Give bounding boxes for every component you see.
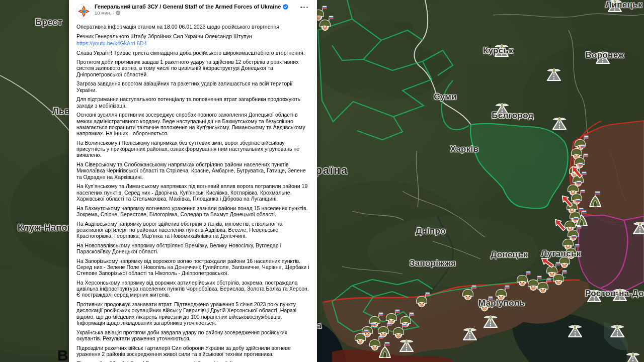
- general-staff-emblem-icon: [76, 4, 91, 19]
- post-paragraph: Підрозділи ракетних військ і артилерії С…: [76, 345, 310, 357]
- post-paragraph: Підтримуйте Збройні Сили! Разом переможе…: [76, 360, 310, 362]
- post-paragraph: Загроза завдання ворогом авіаційних та р…: [76, 80, 310, 93]
- avatar[interactable]: [76, 4, 92, 19]
- post-paragraph: На Сіверському та Слобожанському напрямк…: [76, 161, 310, 180]
- post-paragraph: На Бахмутському напрямку вогневого ураже…: [76, 205, 310, 218]
- post-paragraph: Українська авіація протягом доби завдала…: [76, 329, 310, 342]
- post-paragraph: https://youtu.be/k4GkArrL6D4: [76, 40, 310, 46]
- post-header: Генеральний штаб ЗСУ / General Staff of …: [69, 0, 317, 22]
- facebook-post-card: Генеральний штаб ЗСУ / General Staff of …: [69, 0, 317, 362]
- post-paragraph: На Херсонському напрямку від ворожих арт…: [76, 280, 310, 298]
- post-paragraph: На Куп'янському та Лиманському напрямках…: [76, 183, 310, 202]
- post-paragraph: Основні зусилля противник зосереджує спр…: [76, 112, 310, 136]
- verified-badge-icon: [283, 4, 288, 10]
- more-options-icon[interactable]: [300, 7, 308, 8]
- globe-icon: [116, 11, 120, 15]
- page-name[interactable]: Генеральний штаб ЗСУ / General Staff of …: [95, 4, 281, 10]
- timestamp-separator: ·: [113, 10, 114, 16]
- occupied-area-donetsk: [578, 215, 644, 292]
- post-paragraph: На Новопавлівському напрямку обстріляно …: [76, 242, 310, 255]
- post-timestamp[interactable]: 10 мин.: [95, 10, 111, 16]
- post-paragraph: На Запорізькому напрямку від ворожого во…: [76, 258, 310, 277]
- post-paragraph: Оперативна інформація станом на 18.00 06…: [76, 24, 310, 30]
- post-paragraph: Протягом доби противник завдав 1 ракетно…: [76, 59, 310, 77]
- post-link[interactable]: https://youtu.be/k4GkArrL6D4: [76, 40, 147, 46]
- post-paragraph: Противник продовжує зазнавати втрат. Під…: [76, 301, 310, 326]
- post-paragraph: Для підтримання наступального потенціалу…: [76, 96, 310, 109]
- post-paragraph: На Волинському і Поліському напрямках бе…: [76, 140, 310, 158]
- post-paragraph: Речник Генерального Штабу Збройних Сил У…: [76, 33, 310, 39]
- post-paragraph: Слава Україні! Триває триста сімнадцята …: [76, 50, 310, 56]
- post-body: Оперативна інформація станом на 18.00 06…: [69, 22, 317, 362]
- map-watermark-fragment: B: [57, 347, 68, 362]
- post-paragraph: На Авдіївському напрямку ворог здійснив …: [76, 221, 310, 239]
